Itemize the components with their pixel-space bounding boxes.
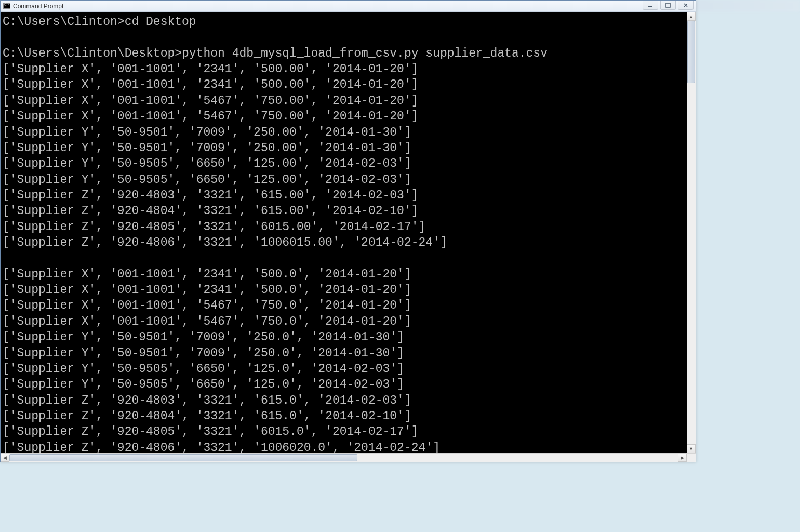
horizontal-scrollbar[interactable]: ◀ ▶ <box>1 453 696 462</box>
scroll-up-arrow[interactable]: ▲ <box>687 12 696 21</box>
svg-rect-0 <box>648 6 652 7</box>
scroll-right-arrow[interactable]: ▶ <box>678 454 687 462</box>
window-title: Command Prompt <box>13 3 63 10</box>
scroll-thumb[interactable] <box>9 454 357 461</box>
terminal-area: C:\Users\Clinton>cd Desktop C:\Users\Cli… <box>1 12 696 453</box>
close-icon <box>683 3 688 8</box>
scroll-track[interactable] <box>687 21 696 444</box>
maximize-icon <box>665 3 671 8</box>
maximize-button[interactable] <box>660 1 676 10</box>
vertical-scrollbar[interactable]: ▲ ▼ <box>687 12 696 453</box>
scroll-track[interactable] <box>9 454 678 462</box>
scroll-left-arrow[interactable]: ◀ <box>1 454 9 462</box>
close-button[interactable] <box>678 1 694 10</box>
command-prompt-window: C:\ Command Prompt C:\Users\Clinton>cd D… <box>0 0 696 462</box>
window-controls <box>643 1 696 10</box>
minimize-icon <box>648 3 653 8</box>
scroll-down-arrow[interactable]: ▼ <box>687 444 696 453</box>
svg-rect-1 <box>666 3 670 7</box>
scroll-corner <box>687 454 696 462</box>
minimize-button[interactable] <box>643 1 658 10</box>
terminal-output[interactable]: C:\Users\Clinton>cd Desktop C:\Users\Cli… <box>1 12 687 453</box>
title-bar[interactable]: C:\ Command Prompt <box>1 1 696 12</box>
scroll-thumb[interactable] <box>687 21 695 83</box>
cmd-icon: C:\ <box>3 2 11 10</box>
